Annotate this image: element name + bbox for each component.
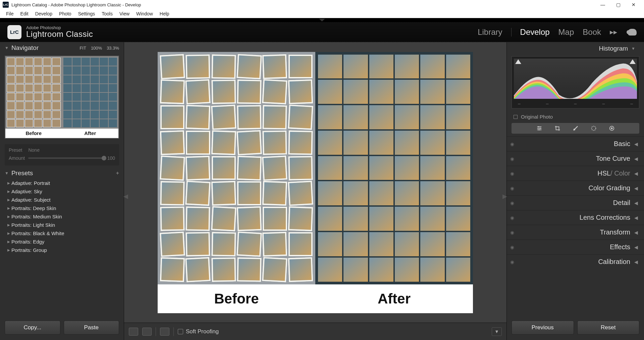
preset-group[interactable]: ▶Adaptive: Sky [5, 187, 119, 196]
panel-lens-corrections[interactable]: ◉Lens Corrections◀ [507, 210, 644, 225]
soft-proofing-checkbox[interactable] [178, 329, 183, 334]
panel-visibility-icon[interactable]: ◉ [510, 215, 514, 220]
copy-button[interactable]: Copy... [5, 321, 60, 335]
module-tab-library[interactable]: Library [478, 27, 502, 37]
healing-icon[interactable] [573, 125, 579, 131]
preset-group[interactable]: ▶Portraits: Deep Skin [5, 204, 119, 212]
preset-group[interactable]: ▶Portraits: Medium Skin [5, 212, 119, 221]
radial-icon[interactable] [609, 125, 615, 131]
preset-disclosure-icon[interactable]: ▶ [6, 215, 11, 218]
panel-collapse-icon[interactable]: ◀ [634, 245, 638, 250]
histogram-plot[interactable] [514, 59, 637, 99]
preset-disclosure-icon[interactable]: ▶ [6, 206, 11, 210]
menu-view[interactable]: View [116, 11, 133, 16]
module-tab-book[interactable]: Book [583, 27, 601, 37]
panel-collapse-icon[interactable]: ◀ [634, 141, 638, 147]
panel-visibility-icon[interactable]: ◉ [510, 259, 514, 265]
panel-tone-curve[interactable]: ◉Tone Curve◀ [507, 151, 644, 166]
panel-visibility-icon[interactable]: ◉ [510, 200, 514, 206]
presets-disclosure-icon[interactable]: ▼ [5, 171, 9, 176]
preset-group[interactable]: ▶Adaptive: Subject [5, 196, 119, 204]
original-photo-checkbox-icon[interactable] [514, 115, 518, 119]
navigator-preview[interactable]: Before After [5, 56, 119, 139]
panel-basic[interactable]: ◉Basic◀ [507, 136, 644, 151]
top-panel-collapse[interactable] [0, 18, 644, 22]
panel-visibility-icon[interactable]: ◉ [510, 186, 514, 191]
menu-settings[interactable]: Settings [75, 11, 99, 16]
preset-group[interactable]: ▶Adaptive: Portrait [5, 179, 119, 187]
panel-collapse-icon[interactable]: ◀ [634, 200, 638, 206]
module-tab-map[interactable]: Map [558, 27, 574, 37]
preset-group[interactable]: ▶Portraits: Light Skin [5, 221, 119, 229]
preset-group-label: Adaptive: Subject [11, 197, 51, 203]
presets-header[interactable]: ▼ Presets + [0, 167, 124, 179]
view-before-after-button[interactable] [142, 328, 152, 336]
mask-icon[interactable] [591, 125, 597, 131]
previous-button[interactable]: Previous [512, 321, 574, 335]
panel-transform[interactable]: ◉Transform◀ [507, 225, 644, 240]
window-maximize-button[interactable]: ▢ [610, 2, 626, 7]
histogram-header[interactable]: Histogram ▼ [507, 42, 644, 55]
panel-visibility-icon[interactable]: ◉ [510, 141, 514, 147]
menu-file[interactable]: File [3, 11, 17, 16]
sliders-icon[interactable] [536, 125, 542, 131]
panel-calibration[interactable]: ◉Calibration◀ [507, 254, 644, 269]
module-tab-develop[interactable]: Develop [520, 27, 550, 37]
preset-disclosure-icon[interactable]: ▶ [6, 231, 11, 235]
panel-visibility-icon[interactable]: ◉ [510, 245, 514, 250]
amount-slider[interactable] [28, 157, 104, 159]
histogram-disclosure-icon[interactable]: ▼ [631, 46, 635, 51]
original-photo-toggle[interactable]: Original Photo [507, 111, 644, 122]
preset-group[interactable]: ▶Portraits: Black & White [5, 229, 119, 237]
navigator-disclosure-icon[interactable]: ▼ [5, 46, 9, 50]
panel-collapse-icon[interactable]: ◀ [634, 215, 638, 220]
zoom-fit[interactable]: FIT [79, 46, 86, 51]
menu-window[interactable]: Window [133, 11, 156, 16]
reset-button[interactable]: Reset [577, 321, 640, 335]
panel-collapse-icon[interactable]: ◀ [634, 156, 638, 161]
presets-add-icon[interactable]: + [116, 170, 119, 176]
panel-color-grading[interactable]: ◉Color Grading◀ [507, 181, 644, 195]
menu-develop[interactable]: Develop [32, 11, 56, 16]
view-loupe-button[interactable] [129, 328, 138, 336]
panel-detail[interactable]: ◉Detail◀ [507, 195, 644, 210]
menu-photo[interactable]: Photo [56, 11, 75, 16]
navigator-header[interactable]: ▼ Navigator FIT100%33.3% [0, 42, 124, 54]
panel-collapse-icon[interactable]: ◀ [634, 186, 638, 191]
menu-edit[interactable]: Edit [17, 11, 32, 16]
image-canvas[interactable]: Before After [158, 52, 473, 313]
crop-icon[interactable] [554, 125, 560, 131]
preset-disclosure-icon[interactable]: ▶ [6, 198, 11, 202]
view-swap-button[interactable] [160, 328, 169, 336]
preset-group[interactable]: ▶Portraits: Group [5, 246, 119, 254]
histogram-panel: ––––– [512, 56, 639, 109]
panel-collapse-icon[interactable]: ◀ [634, 259, 638, 265]
toolbar-options-dropdown[interactable]: ▾ [492, 327, 502, 336]
menu-help[interactable]: Help [156, 11, 173, 16]
module-more-icon[interactable]: ▸▸ [610, 28, 617, 37]
panel-effects[interactable]: ◉Effects◀ [507, 240, 644, 254]
panel-collapse-icon[interactable]: ◀ [634, 230, 638, 235]
window-minimize-button[interactable]: — [595, 2, 610, 7]
left-panel: ▼ Navigator FIT100%33.3% Before After Pr… [0, 42, 124, 340]
panel-visibility-icon[interactable]: ◉ [510, 230, 514, 235]
panel-collapse-icon[interactable]: ◀ [634, 171, 638, 176]
window-close-button[interactable]: ✕ [626, 2, 641, 7]
panel-hsl[interactable]: ◉HSL / Color◀ [507, 166, 644, 181]
preset-disclosure-icon[interactable]: ▶ [6, 181, 11, 185]
cloud-sync-icon[interactable] [628, 29, 637, 36]
panel-visibility-icon[interactable]: ◉ [510, 171, 514, 176]
right-panel-expand-icon[interactable]: ▶ [502, 191, 507, 201]
preset-disclosure-icon[interactable]: ▶ [6, 190, 11, 193]
preset-disclosure-icon[interactable]: ▶ [6, 223, 11, 227]
preset-disclosure-icon[interactable]: ▶ [6, 248, 11, 252]
menu-tools[interactable]: Tools [98, 11, 116, 16]
preset-disclosure-icon[interactable]: ▶ [6, 240, 11, 244]
navigator-zoom-levels[interactable]: FIT100%33.3% [79, 46, 119, 51]
zoom-100[interactable]: 100% [91, 46, 102, 51]
preset-group[interactable]: ▶Portraits: Edgy [5, 237, 119, 246]
paste-button[interactable]: Paste [64, 321, 119, 335]
left-panel-expand-icon[interactable]: ◀ [123, 191, 128, 201]
zoom-333[interactable]: 33.3% [107, 46, 119, 51]
panel-visibility-icon[interactable]: ◉ [510, 156, 514, 161]
